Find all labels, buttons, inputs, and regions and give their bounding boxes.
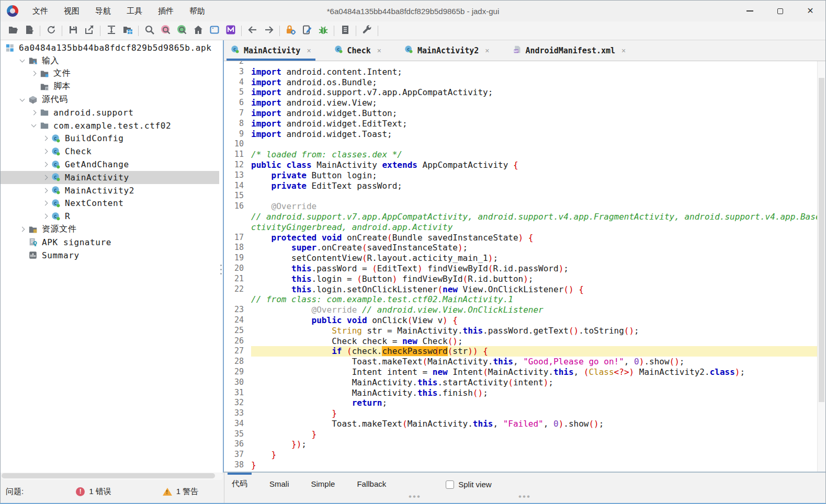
split-view-checkbox[interactable] (446, 480, 454, 489)
chevron-right-icon[interactable] (28, 111, 39, 114)
open-file-button[interactable] (5, 24, 21, 38)
close-button[interactable]: ✕ (795, 1, 825, 21)
menu-item-文件[interactable]: 文件 (25, 1, 56, 21)
flatten-packages-button[interactable] (119, 24, 135, 38)
code-text: MainActivity.this.startActivity(intent); (251, 377, 817, 388)
tree-item-6a0484a135bb44ba8fdcf829b5d9865b.apk[interactable]: 6a0484a135bb44ba8fdcf829b5d9865b.apk (1, 41, 219, 54)
view-tab-Fallback[interactable]: Fallback (353, 477, 390, 491)
minimize-button[interactable] (734, 1, 765, 21)
preferences-button[interactable] (359, 24, 375, 38)
sync-button[interactable] (103, 24, 119, 38)
rename-button[interactable] (299, 24, 315, 38)
view-tab-Smali[interactable]: Smali (265, 477, 293, 491)
deobfuscation-button[interactable] (282, 24, 299, 38)
chevron-down-icon[interactable] (28, 124, 39, 127)
tree-item-_[interactable]: 脚本 (1, 80, 219, 93)
toolbar-separator (334, 26, 334, 36)
export-button[interactable] (81, 24, 97, 38)
scrollbar-thumb[interactable] (2, 473, 215, 478)
menu-item-导航[interactable]: 导航 (87, 1, 119, 21)
error-count[interactable]: ! 1 错误 (76, 487, 111, 497)
split-view-toggle[interactable]: Split view (446, 480, 491, 489)
menu-item-工具[interactable]: 工具 (119, 1, 150, 21)
comment-search-icon (177, 25, 187, 37)
chevron-right-icon[interactable] (39, 189, 51, 192)
forward-button[interactable] (261, 24, 277, 38)
tree-item-_[interactable]: 输入 (1, 54, 219, 67)
code-line: 16 @Override (224, 201, 817, 212)
chevron-right-icon[interactable] (39, 136, 51, 140)
tree-item-android.support[interactable]: android.support (1, 106, 219, 119)
reload-button[interactable] (43, 24, 59, 38)
drag-handle[interactable]: ••• (409, 491, 421, 502)
back-button[interactable] (244, 24, 261, 38)
text-search-button[interactable] (141, 24, 157, 38)
chevron-down-icon[interactable] (16, 60, 28, 62)
menu-bar: 文件视图导航工具插件帮助 (25, 1, 213, 21)
warning-count[interactable]: 1 警告 (163, 487, 199, 497)
chevron-right-icon[interactable] (39, 214, 51, 218)
chevron-right-icon[interactable] (39, 150, 51, 153)
tree-item-MainActivity[interactable]: cMainActivity (1, 171, 219, 184)
tab-close-icon[interactable]: × (377, 47, 381, 55)
chevron-right-icon[interactable] (39, 163, 51, 166)
log-viewer-button[interactable] (337, 24, 353, 38)
tree-horizontal-scrollbar[interactable] (2, 473, 223, 480)
code-text: import android.os.Bundle; (251, 77, 817, 88)
tab-close-icon[interactable]: × (307, 47, 311, 55)
tree-item-APK_signature[interactable]: APK signature (1, 236, 219, 249)
line-number: 29 (224, 367, 251, 377)
code-text: /* loaded from: classes.dex */ (251, 150, 817, 160)
editor-tab-MainActivity[interactable]: cMainActivity× (227, 40, 315, 61)
chevron-right-icon[interactable] (39, 201, 51, 205)
editor-tab-AndroidManifest.xml[interactable]: MFAndroidManifest.xml× (508, 40, 630, 61)
tree-item-_[interactable]: 资源文件 (1, 223, 219, 236)
tree-item-com.example.test.ctf02[interactable]: com.example.test.ctf02 (1, 119, 219, 132)
quark-button[interactable] (222, 24, 239, 38)
scrollbar-thumb[interactable] (819, 78, 824, 402)
view-tab-代码[interactable]: 代码 (228, 477, 252, 492)
add-files-button[interactable] (21, 24, 37, 38)
tree-item-_[interactable]: 文件 (1, 67, 219, 81)
editor-tab-bar: cMainActivity×cCheck×cMainActivity2×MFAn… (224, 40, 825, 61)
class-search-button[interactable] (157, 24, 174, 38)
new-window-button[interactable] (206, 24, 222, 38)
debugger-button[interactable] (315, 24, 331, 38)
code-line: 20 this.passWord = (EditText) findViewBy… (224, 264, 817, 274)
tree-item-BuildConfig[interactable]: cBuildConfig (1, 132, 219, 145)
editor-vertical-scrollbar[interactable] (817, 61, 825, 472)
tree-item-MainActivity2[interactable]: cMainActivity2 (1, 184, 219, 197)
maximize-button[interactable] (765, 1, 795, 21)
menu-item-插件[interactable]: 插件 (150, 1, 182, 21)
tree-item-Summary[interactable]: Summary (1, 249, 219, 262)
jadx-logo-icon (7, 5, 18, 17)
code-editor[interactable]: 23import android.content.Intent;4import … (224, 61, 825, 472)
tree-item-R[interactable]: cR (1, 210, 219, 223)
chevron-right-icon[interactable] (39, 176, 51, 179)
tree-item-GetAndChange[interactable]: cGetAndChange (1, 158, 219, 171)
menu-item-帮助[interactable]: 帮助 (182, 1, 213, 21)
main-activity-button[interactable] (190, 24, 206, 38)
tab-label: Check (347, 46, 371, 55)
tree-item-Check[interactable]: cCheck (1, 145, 219, 158)
class-icon: c (51, 134, 61, 143)
chevron-down-icon[interactable] (16, 99, 28, 101)
tab-close-icon[interactable]: × (485, 47, 489, 55)
line-number: 24 (224, 315, 251, 326)
line-number: 3 (224, 67, 251, 77)
tree-item-_[interactable]: 源代码 (1, 93, 219, 106)
tab-close-icon[interactable]: × (621, 47, 626, 55)
chevron-right-icon[interactable] (28, 72, 39, 75)
panel-splitter[interactable] (219, 40, 223, 473)
view-tab-Simple[interactable]: Simple (307, 477, 340, 491)
menu-item-视图[interactable]: 视图 (56, 1, 87, 21)
save-all-button[interactable] (65, 24, 81, 38)
manifest-file-icon: MF (513, 45, 522, 56)
tree-item-NextContent[interactable]: cNextContent (1, 197, 219, 210)
chevron-right-icon[interactable] (16, 227, 28, 231)
editor-tab-MainActivity2[interactable]: cMainActivity2× (400, 40, 494, 61)
drag-handle[interactable]: ••• (518, 491, 531, 502)
comment-search-button[interactable] (174, 24, 190, 38)
status-bar: 问题: ! 1 错误 1 警告 代码SmaliSimpleFallbackSpl… (1, 473, 825, 503)
editor-tab-Check[interactable]: cCheck× (330, 40, 386, 61)
